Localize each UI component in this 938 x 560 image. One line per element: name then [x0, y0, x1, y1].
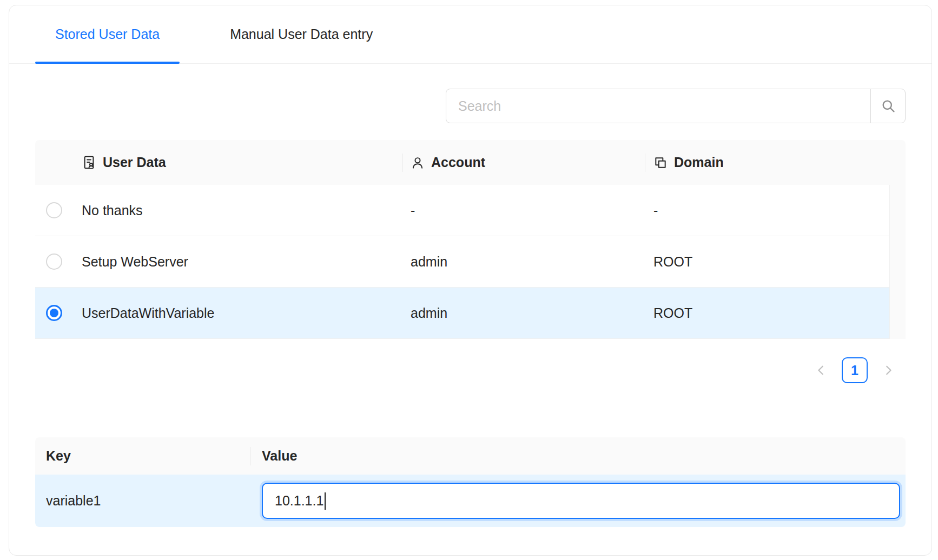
- table-header: User Data Account: [35, 140, 906, 185]
- pagination-page-1[interactable]: 1: [842, 357, 868, 383]
- cell-user-data: No thanks: [73, 203, 402, 218]
- cell-user-data: Setup WebServer: [73, 254, 402, 270]
- chevron-right-icon: [882, 364, 894, 376]
- kv-header: Key Value: [35, 437, 906, 475]
- row-radio-checked[interactable]: [46, 305, 62, 321]
- key-value-table: Key Value variable1 10.1.1.1: [35, 437, 906, 527]
- table-scrollbar[interactable]: [889, 185, 906, 339]
- search-button[interactable]: [870, 89, 906, 123]
- column-label: Account: [431, 155, 485, 170]
- cell-account: admin: [402, 305, 645, 321]
- user-icon: [411, 156, 425, 170]
- table-row[interactable]: No thanks - -: [35, 185, 889, 236]
- panel-card: Stored User Data Manual User Data entry: [9, 5, 932, 556]
- tab-label: Manual User Data entry: [230, 26, 373, 42]
- column-header-account: Account: [402, 140, 645, 185]
- value-input-text: 10.1.1.1: [275, 493, 323, 509]
- column-header-user-data: User Data: [73, 140, 402, 185]
- search-row: [35, 89, 906, 123]
- value-input[interactable]: 10.1.1.1: [262, 483, 900, 519]
- page-number: 1: [851, 363, 858, 378]
- row-radio[interactable]: [46, 254, 62, 270]
- screen: Stored User Data Manual User Data entry: [0, 0, 938, 560]
- text-cursor: [325, 492, 326, 510]
- column-label: Domain: [674, 155, 724, 170]
- cell-account: -: [402, 203, 645, 218]
- search-input[interactable]: [446, 89, 871, 123]
- kv-row: variable1 10.1.1.1: [35, 475, 906, 527]
- cell-account: admin: [402, 254, 645, 270]
- search-icon: [881, 98, 896, 114]
- pagination-prev-button[interactable]: [810, 357, 832, 383]
- row-radio[interactable]: [46, 202, 62, 218]
- tab-stored-user-data[interactable]: Stored User Data: [35, 5, 180, 63]
- pagination: 1: [35, 357, 906, 383]
- tab-label: Stored User Data: [55, 26, 160, 42]
- cell-domain: ROOT: [645, 254, 889, 270]
- search-group: [446, 89, 906, 123]
- table-row-selected[interactable]: UserDataWithVariable admin ROOT: [35, 288, 889, 339]
- tab-bar: Stored User Data Manual User Data entry: [9, 5, 932, 64]
- kv-key-cell: variable1: [35, 493, 250, 509]
- kv-column-key: Key: [35, 448, 250, 464]
- user-data-table: User Data Account: [35, 140, 906, 339]
- pagination-next-button[interactable]: [877, 357, 899, 383]
- table-row[interactable]: Setup WebServer admin ROOT: [35, 236, 889, 288]
- selection-column-header: [35, 140, 73, 185]
- block-icon: [653, 156, 668, 170]
- tab-manual-user-data-entry[interactable]: Manual User Data entry: [210, 5, 393, 63]
- cell-domain: -: [645, 203, 889, 218]
- cell-user-data: UserDataWithVariable: [73, 305, 402, 321]
- kv-column-value: Value: [250, 448, 906, 464]
- column-label: User Data: [103, 155, 166, 170]
- chevron-left-icon: [815, 364, 827, 376]
- table-body: No thanks - - Setup WebServer admin ROOT: [35, 185, 889, 339]
- solution-icon: [82, 155, 96, 170]
- cell-domain: ROOT: [645, 305, 889, 321]
- column-header-domain: Domain: [645, 140, 906, 185]
